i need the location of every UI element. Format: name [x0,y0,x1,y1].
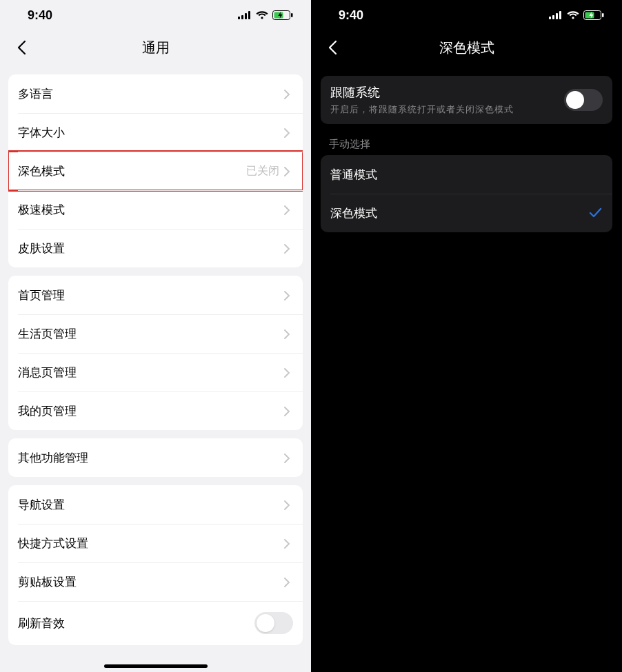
row-refresh-sound[interactable]: 刷新音效 [8,601,303,645]
row-label: 快捷方式设置 [18,536,88,551]
chevron-right-icon [283,243,293,253]
follow-system-title: 跟随系统 [330,84,556,101]
row-label: 首页管理 [18,287,65,303]
row-value: 已关闭 [246,164,279,179]
svg-rect-3 [248,11,250,19]
toggle-switch[interactable] [564,89,603,111]
chevron-right-icon [283,128,293,137]
row-life-manage[interactable]: 生活页管理 [8,314,303,353]
status-icons [238,10,293,20]
row-label: 深色模式 [18,163,65,179]
svg-rect-13 [602,13,604,17]
back-button[interactable] [322,37,343,58]
row-nav-settings[interactable]: 导航设置 [8,485,303,524]
svg-rect-2 [245,13,247,19]
row-message-manage[interactable]: 消息页管理 [8,353,303,391]
row-label: 我的页管理 [18,403,77,419]
svg-rect-8 [552,15,554,19]
status-time: 9:40 [28,8,52,23]
chevron-right-icon [283,538,293,548]
row-label: 多语言 [18,86,53,102]
row-label: 其他功能管理 [18,450,88,466]
option-dark-mode[interactable]: 深色模式 [321,194,612,232]
section-header: 手动选择 [329,138,604,151]
mode-options-list: 普通模式 深色模式 [321,155,612,232]
chevron-right-icon [283,577,293,587]
row-label: 刷新音效 [18,615,65,631]
back-button[interactable] [11,37,32,58]
svg-rect-10 [559,11,561,19]
cellular-icon [238,11,252,19]
row-other-manage[interactable]: 其他功能管理 [8,438,303,477]
chevron-right-icon [283,205,293,214]
option-label: 深色模式 [330,205,377,221]
row-shortcut-settings[interactable]: 快捷方式设置 [8,524,303,562]
svg-rect-7 [549,17,551,19]
row-font-size[interactable]: 字体大小 [8,113,303,152]
chevron-right-icon [283,166,293,176]
row-label: 剪贴板设置 [18,574,77,590]
svg-rect-6 [291,13,293,17]
cellular-icon [549,11,563,19]
chevron-right-icon [283,367,293,377]
row-fast-mode[interactable]: 极速模式 [8,190,303,229]
status-bar: 9:40 [0,0,311,28]
battery-icon [583,10,604,20]
row-label: 皮肤设置 [18,241,65,256]
check-icon [588,205,603,221]
phone-dark: 9:40 深色模式 跟随系统 开启后，将跟随系统打开或者关闭深色模式 手动选择 [311,0,622,672]
navbar: 深色模式 [311,28,622,68]
row-multilang[interactable]: 多语言 [8,74,303,113]
navbar: 通用 [0,28,311,68]
battery-icon [272,10,293,20]
row-skin-settings[interactable]: 皮肤设置 [8,229,303,267]
status-bar: 9:40 [311,0,622,28]
phone-light: 9:40 通用 多语言 字体大小 深色模式 [0,0,311,672]
row-home-manage[interactable]: 首页管理 [8,276,303,314]
row-label: 极速模式 [18,202,65,218]
chevron-right-icon [283,406,293,416]
row-clipboard-settings[interactable]: 剪贴板设置 [8,562,303,601]
row-label: 导航设置 [18,497,65,513]
chevron-right-icon [283,500,293,509]
status-time: 9:40 [339,8,363,23]
svg-rect-9 [556,13,558,19]
page-title: 通用 [142,39,170,57]
page-title: 深色模式 [439,39,494,57]
settings-group: 首页管理 生活页管理 消息页管理 我的页管理 [8,276,303,430]
row-label: 字体大小 [18,125,65,141]
option-label: 普通模式 [330,167,377,183]
settings-group: 多语言 字体大小 深色模式 已关闭 极速模式 皮肤设置 [8,74,303,267]
chevron-right-icon [283,290,293,300]
chevron-right-icon [283,89,293,99]
follow-system-subtitle: 开启后，将跟随系统打开或者关闭深色模式 [330,103,556,116]
toggle-switch[interactable] [254,612,293,634]
settings-group: 其他功能管理 [8,438,303,477]
row-mine-manage[interactable]: 我的页管理 [8,391,303,430]
svg-rect-1 [241,15,243,19]
option-normal-mode[interactable]: 普通模式 [321,155,612,194]
row-label: 消息页管理 [18,365,77,380]
home-indicator [104,664,208,668]
wifi-icon [256,11,268,19]
row-label: 生活页管理 [18,326,77,342]
row-dark-mode[interactable]: 深色模式 已关闭 [8,152,303,190]
wifi-icon [567,11,579,19]
svg-rect-0 [238,17,240,19]
chevron-right-icon [283,453,293,462]
chevron-right-icon [283,329,293,338]
settings-group: 导航设置 快捷方式设置 剪贴板设置 刷新音效 [8,485,303,645]
follow-system-card: 跟随系统 开启后，将跟随系统打开或者关闭深色模式 [321,76,612,124]
status-icons [549,10,604,20]
